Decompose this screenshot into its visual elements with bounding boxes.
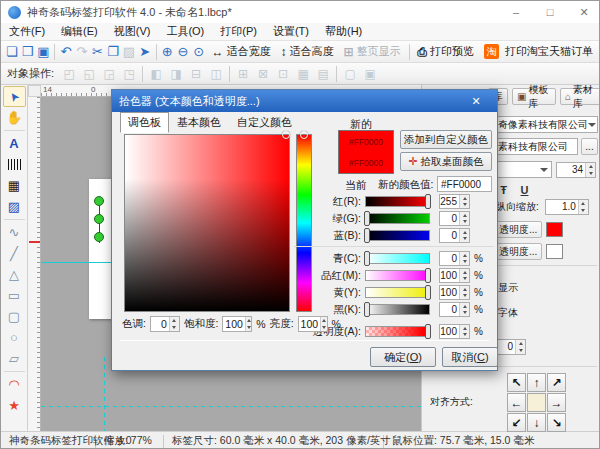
menu-print[interactable]: 打印(P) — [212, 24, 265, 39]
fill-color-swatch[interactable] — [546, 222, 563, 237]
spinner-buttons[interactable] — [459, 229, 469, 242]
spinner-buttons[interactable] — [578, 200, 588, 214]
rounded-rectangle-tool[interactable]: ▢ — [3, 306, 26, 327]
zoom-in-icon[interactable]: ⊕ — [159, 42, 175, 61]
slider-thumb[interactable] — [425, 324, 431, 339]
yellow-slider[interactable] — [365, 287, 430, 298]
spinner-buttons[interactable] — [245, 317, 251, 331]
slider-thumb[interactable] — [364, 228, 370, 243]
text-tool[interactable]: A — [3, 133, 26, 154]
spinner-buttons[interactable] — [459, 303, 469, 316]
hue-spinner[interactable]: 0 — [150, 316, 180, 332]
black-slider[interactable] — [365, 304, 430, 315]
slider-thumb[interactable] — [364, 302, 370, 317]
print-preview-button[interactable]: ⎙ 打印预览 — [412, 44, 479, 59]
slider-thumb[interactable] — [364, 251, 370, 266]
zoom-out-icon[interactable]: ⊖ — [175, 42, 191, 61]
star-tool[interactable]: ★ — [3, 395, 26, 416]
zoom-custom-icon[interactable]: ⊙ — [191, 42, 207, 61]
tab-custom-colors[interactable]: 自定义颜色 — [229, 112, 300, 133]
strikethrough-button[interactable]: Ŧ — [496, 183, 511, 197]
align-down-button[interactable]: ↓ — [527, 413, 546, 432]
qrcode-tool[interactable]: ▦ — [3, 175, 26, 196]
spinner-buttons[interactable] — [585, 163, 595, 177]
maximize-button[interactable]: □ — [533, 1, 567, 23]
yellow-spinner[interactable]: 100 — [439, 285, 470, 300]
more-button[interactable]: ... — [581, 138, 598, 155]
cut-icon[interactable]: ✂ — [90, 42, 106, 61]
spinner-buttons[interactable] — [459, 195, 469, 208]
dialog-close-button[interactable]: ✕ — [462, 95, 490, 108]
ellipse-tool[interactable]: ○ — [3, 327, 26, 348]
red-slider[interactable] — [365, 196, 430, 207]
spinner-buttons[interactable] — [459, 269, 469, 282]
vertical-scale-spinner[interactable]: 1.0 — [545, 199, 589, 215]
text-content-field[interactable]: 素科技有限公司 — [494, 138, 578, 155]
fit-width-button[interactable]: ↔ 适合宽度 — [207, 44, 276, 59]
align-down-left-button[interactable]: ↙ — [507, 413, 526, 432]
spinner-buttons[interactable] — [459, 252, 469, 265]
black-spinner[interactable]: 0 — [439, 302, 470, 317]
hue-marker[interactable] — [300, 131, 308, 139]
fill-opacity-button[interactable]: 透明度... — [494, 221, 542, 238]
fit-height-button[interactable]: ↕ 适合高度 — [276, 44, 339, 59]
saturation-spinner[interactable]: 100 — [222, 316, 252, 332]
arc-tool[interactable]: ◠ — [3, 374, 26, 395]
align-up-left-button[interactable]: ↖ — [507, 373, 526, 392]
alpha-spinner[interactable]: 100 — [439, 324, 470, 339]
new-file-icon[interactable]: ❏ — [4, 42, 20, 61]
slider-thumb[interactable] — [425, 285, 431, 300]
spinner-buttons[interactable] — [459, 286, 469, 299]
dialog-title-bar[interactable]: 拾色器 (文本颜色和透明度...) ✕ — [112, 90, 497, 112]
new-value-field[interactable]: #FF0000 — [437, 176, 492, 192]
menu-tools[interactable]: 工具(O) — [158, 24, 212, 39]
align-up-button[interactable]: ↑ — [527, 373, 546, 392]
menu-file[interactable]: 文件(F) — [1, 24, 53, 39]
select-tool[interactable]: ➤ — [3, 86, 26, 107]
align-up-right-button[interactable]: ↗ — [547, 373, 566, 392]
cyan-slider[interactable] — [365, 253, 430, 264]
align-right-button[interactable]: → — [547, 393, 566, 412]
spinner-buttons[interactable] — [169, 317, 179, 331]
align-left-button[interactable]: ← — [507, 393, 526, 412]
menu-help[interactable]: 帮助(H) — [317, 24, 370, 39]
saturation-brightness-picker[interactable] — [124, 134, 290, 312]
tab-basic-colors[interactable]: 基本颜色 — [169, 112, 229, 133]
cancel-button[interactable]: 取消(C) — [442, 347, 498, 367]
magenta-slider[interactable] — [365, 270, 430, 281]
blue-slider[interactable] — [365, 230, 430, 241]
red-spinner[interactable]: 255 — [439, 194, 470, 209]
image-tool[interactable]: ▨ — [3, 196, 26, 217]
green-spinner[interactable]: 0 — [439, 211, 470, 226]
outline-opacity-button[interactable]: 透明度... — [494, 243, 542, 260]
rectangle-tool[interactable]: ▭ — [3, 285, 26, 306]
selection-handle[interactable] — [94, 196, 104, 206]
menu-view[interactable]: 视图(V) — [106, 24, 159, 39]
template-library-button[interactable]: ▣ 模板库 — [512, 88, 556, 105]
print-taobao-button[interactable]: 淘 打印淘宝天猫订单 — [479, 44, 598, 59]
spinner-buttons[interactable] — [459, 325, 469, 338]
save-icon[interactable]: ▣ — [36, 42, 52, 61]
copy-icon[interactable]: ❐ — [105, 42, 121, 61]
align-center-cell[interactable] — [527, 393, 546, 412]
pointer-icon[interactable]: ➤ — [137, 42, 153, 61]
color-marker[interactable] — [282, 131, 290, 139]
open-file-icon[interactable]: ❒ — [20, 42, 36, 61]
triangle-tool[interactable]: △ — [3, 264, 26, 285]
underline-button[interactable]: U — [517, 183, 532, 197]
spinner-buttons[interactable] — [459, 212, 469, 225]
line-tool[interactable]: ╱ — [3, 243, 26, 264]
slider-thumb[interactable] — [425, 194, 431, 209]
material-library-button[interactable]: ⌂ 素材库 — [560, 88, 600, 105]
slider-thumb[interactable] — [364, 211, 370, 226]
font-family-dropdown[interactable] — [494, 161, 552, 178]
outline-color-swatch[interactable] — [546, 244, 563, 259]
selection-handle[interactable] — [94, 232, 104, 242]
close-button[interactable]: ✕ — [567, 1, 600, 23]
blue-spinner[interactable]: 0 — [439, 228, 470, 243]
menu-settings[interactable]: 设置(T) — [265, 24, 317, 39]
barcode-tool[interactable] — [3, 154, 26, 175]
spinner-buttons[interactable] — [320, 317, 326, 331]
parallelogram-tool[interactable]: ▱ — [3, 348, 26, 369]
slider-thumb[interactable] — [425, 268, 431, 283]
